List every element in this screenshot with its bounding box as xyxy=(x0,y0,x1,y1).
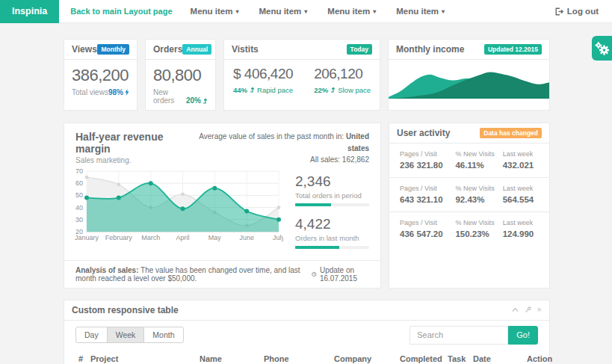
tab-day[interactable]: Day xyxy=(75,327,108,343)
menu-item-4[interactable]: Menu item▾ xyxy=(396,7,445,16)
analysis-note: Analysis of sales: The value has been ch… xyxy=(75,266,312,283)
user-activity-row: Pages / Visit436 547.20 % New Visits150.… xyxy=(389,212,549,246)
user-activity-row: Pages / Visit236 321.80 % New Visits46.1… xyxy=(389,144,549,178)
orders-value: 80,800 xyxy=(153,66,208,85)
sign-out-icon xyxy=(555,7,563,16)
svg-text:July: July xyxy=(273,234,283,241)
svg-text:60: 60 xyxy=(75,179,83,187)
theme-settings-button[interactable] xyxy=(592,36,612,61)
update-note: Update on 16.07.2015 xyxy=(312,266,369,283)
back-to-layout-link[interactable]: Back to main Layout page xyxy=(70,7,172,16)
menu-item-2[interactable]: Menu item▾ xyxy=(259,7,307,16)
svg-text:March: March xyxy=(141,234,160,241)
revenue-title: Half-year revenue margin xyxy=(75,131,191,155)
menu-item-3[interactable]: Menu item▾ xyxy=(327,7,376,16)
data-changed-badge: Data has changed xyxy=(480,128,542,138)
tab-month[interactable]: Month xyxy=(143,327,183,343)
search-go-button[interactable]: Go! xyxy=(508,326,538,345)
level-up-icon xyxy=(330,87,336,93)
close-icon[interactable]: × xyxy=(537,306,542,314)
revenue-area-chart: 203040506070JanuaryFebruaryMarchAprilMay… xyxy=(70,167,283,242)
svg-text:February: February xyxy=(105,234,133,241)
visits-title: Vistits xyxy=(232,44,259,55)
monthly-income-widget: Monthly income Updated 12.2015 xyxy=(388,39,550,111)
chevron-down-icon: ▾ xyxy=(442,8,445,15)
logout-button[interactable]: Log out xyxy=(555,7,599,16)
table-panel-title: Custom responsive table xyxy=(72,305,179,315)
chevron-down-icon: ▾ xyxy=(235,8,238,15)
table-header-row: # Project Name Phone Company Completed T… xyxy=(75,350,540,364)
top-navbar: Inspinia Back to main Layout page Menu i… xyxy=(0,0,612,23)
wrench-icon[interactable] xyxy=(525,306,531,313)
views-label: Total views xyxy=(72,88,108,96)
today-badge: Today xyxy=(347,44,372,55)
collapse-chevron-icon[interactable] xyxy=(512,307,519,312)
custom-table-panel: Custom responsive table × Day Week Month xyxy=(64,300,550,364)
views-value: 386,200 xyxy=(72,66,129,85)
chevron-down-icon: ▾ xyxy=(304,8,307,15)
clock-icon xyxy=(312,271,317,278)
svg-text:May: May xyxy=(208,234,222,241)
orders-lastmonth-stat: 4,422 Orders in last month xyxy=(295,216,369,249)
svg-text:40: 40 xyxy=(75,203,83,211)
tab-week[interactable]: Week xyxy=(107,327,145,343)
search-input[interactable] xyxy=(409,326,508,345)
monthly-income-title: Monthly income xyxy=(396,44,464,55)
views-percent: 98% xyxy=(108,88,129,96)
orders-lastmonth-progressbar xyxy=(295,246,369,249)
chevron-down-icon: ▾ xyxy=(373,8,376,15)
revenue-summary-text: Average value of sales in the past month… xyxy=(191,131,369,166)
visits-widget: Vistits Today $ 406,420 44% Rapid pace 2… xyxy=(223,39,380,111)
brand-logo[interactable]: Inspinia xyxy=(0,0,59,23)
svg-text:30: 30 xyxy=(75,216,83,223)
monthly-badge: Monthly xyxy=(97,44,129,55)
user-activity-panel: User activity Data has changed Pages / V… xyxy=(389,123,550,289)
annual-badge: Annual xyxy=(182,44,211,55)
menu-item-1[interactable]: Menu item▾ xyxy=(191,7,239,16)
orders-percent: 20% xyxy=(186,96,208,105)
projects-table: # Project Name Phone Company Completed T… xyxy=(75,350,540,364)
orders-label: New orders xyxy=(153,88,186,105)
monthly-income-area-chart xyxy=(389,60,549,99)
user-activity-title: User activity xyxy=(397,128,450,138)
revenue-subtitle: Sales marketing. xyxy=(75,156,191,164)
page-content: Views Monthly 386,200 Total views 98% Or… xyxy=(0,23,550,364)
orders-widget: Orders Annual 80,800 New orders 20% xyxy=(145,39,216,111)
views-title: Views xyxy=(72,44,97,55)
svg-text:50: 50 xyxy=(75,191,83,199)
main-menu: Menu item▾ Menu item▾ Menu item▾ Menu it… xyxy=(191,7,445,16)
settings-gears-icon xyxy=(595,41,610,56)
visits-stat-1: $ 406,420 44% Rapid pace xyxy=(233,66,293,94)
svg-text:June: June xyxy=(239,234,254,241)
user-activity-row: Pages / Visit643 321.10 % New Visits92.4… xyxy=(389,178,549,212)
svg-text:April: April xyxy=(176,234,189,241)
period-tab-group: Day Week Month xyxy=(75,327,184,343)
orders-period-progressbar xyxy=(295,203,369,206)
svg-text:70: 70 xyxy=(75,167,83,175)
visits-stat-2: 206,120 22% Slow pace xyxy=(314,66,371,94)
updated-badge: Updated 12.2015 xyxy=(484,44,542,55)
table-search: Go! xyxy=(409,326,538,345)
bolt-icon xyxy=(125,89,129,96)
level-up-icon xyxy=(203,98,208,104)
revenue-panel: Half-year revenue margin Sales marketing… xyxy=(64,123,381,289)
orders-period-stat: 2,346 Total orders in period xyxy=(295,173,369,206)
svg-text:January: January xyxy=(75,234,99,241)
level-up-icon xyxy=(250,87,255,93)
views-widget: Views Monthly 386,200 Total views 98% xyxy=(64,39,137,111)
orders-title: Orders xyxy=(153,44,182,55)
